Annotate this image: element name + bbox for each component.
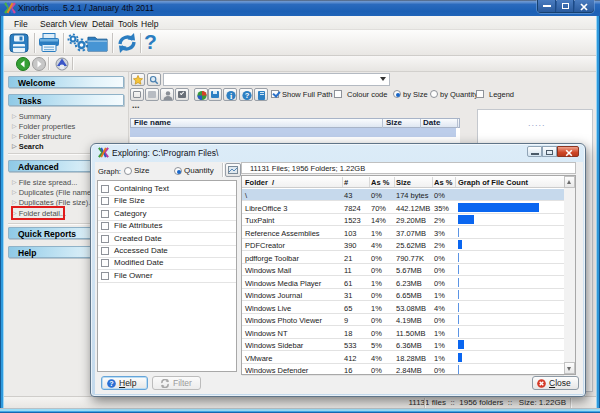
svg-text:?: ?	[244, 91, 249, 100]
svg-text:?: ?	[109, 379, 113, 388]
